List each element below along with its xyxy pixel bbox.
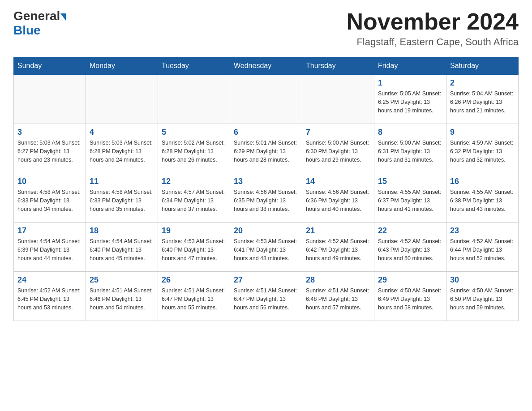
logo-blue-text: Blue xyxy=(13,23,41,37)
day-info: Sunrise: 5:05 AM Sunset: 6:25 PM Dayligh… xyxy=(378,90,442,115)
day-info: Sunrise: 4:52 AM Sunset: 6:44 PM Dayligh… xyxy=(450,237,515,262)
day-number: 19 xyxy=(162,226,226,235)
day-info: Sunrise: 4:58 AM Sunset: 6:33 PM Dayligh… xyxy=(17,188,82,213)
calendar-cell: 25Sunrise: 4:51 AM Sunset: 6:46 PM Dayli… xyxy=(86,272,158,321)
calendar-cell: 26Sunrise: 4:51 AM Sunset: 6:47 PM Dayli… xyxy=(158,272,230,321)
day-number: 28 xyxy=(306,275,370,285)
day-info: Sunrise: 5:01 AM Sunset: 6:29 PM Dayligh… xyxy=(234,139,298,164)
calendar-cell: 18Sunrise: 4:54 AM Sunset: 6:40 PM Dayli… xyxy=(86,223,158,272)
day-number: 17 xyxy=(17,226,82,235)
day-number: 20 xyxy=(234,226,298,235)
weekday-header-friday: Friday xyxy=(374,57,446,75)
day-number: 12 xyxy=(162,177,226,186)
calendar-cell: 10Sunrise: 4:58 AM Sunset: 6:33 PM Dayli… xyxy=(14,173,86,223)
day-number: 6 xyxy=(234,128,298,137)
logo: General Blue xyxy=(13,9,66,38)
calendar-cell: 9Sunrise: 4:59 AM Sunset: 6:32 PM Daylig… xyxy=(446,124,519,173)
day-info: Sunrise: 4:57 AM Sunset: 6:34 PM Dayligh… xyxy=(162,188,226,213)
weekday-header-wednesday: Wednesday xyxy=(230,57,302,75)
day-info: Sunrise: 5:03 AM Sunset: 6:27 PM Dayligh… xyxy=(17,139,82,164)
calendar-week-row: 17Sunrise: 4:54 AM Sunset: 6:39 PM Dayli… xyxy=(14,223,519,272)
day-info: Sunrise: 4:51 AM Sunset: 6:46 PM Dayligh… xyxy=(90,287,154,312)
logo-general-text: General xyxy=(13,9,60,23)
day-number: 3 xyxy=(17,128,82,137)
day-number: 7 xyxy=(306,128,370,137)
day-number: 9 xyxy=(450,128,515,137)
calendar-cell xyxy=(14,75,86,124)
day-number: 27 xyxy=(234,275,298,285)
calendar-cell: 2Sunrise: 5:04 AM Sunset: 6:26 PM Daylig… xyxy=(446,75,519,124)
day-number: 30 xyxy=(450,275,515,285)
day-number: 23 xyxy=(450,226,515,235)
calendar-cell: 28Sunrise: 4:51 AM Sunset: 6:48 PM Dayli… xyxy=(302,272,374,321)
day-info: Sunrise: 4:55 AM Sunset: 6:37 PM Dayligh… xyxy=(378,188,442,213)
day-info: Sunrise: 5:00 AM Sunset: 6:31 PM Dayligh… xyxy=(378,139,442,164)
day-info: Sunrise: 4:54 AM Sunset: 6:39 PM Dayligh… xyxy=(17,237,82,262)
calendar-cell: 14Sunrise: 4:56 AM Sunset: 6:36 PM Dayli… xyxy=(302,173,374,223)
day-number: 13 xyxy=(234,177,298,186)
calendar-week-row: 10Sunrise: 4:58 AM Sunset: 6:33 PM Dayli… xyxy=(14,173,519,223)
day-number: 16 xyxy=(450,177,515,186)
logo-arrow-icon xyxy=(60,13,66,21)
weekday-header-thursday: Thursday xyxy=(302,57,374,75)
calendar-cell: 16Sunrise: 4:55 AM Sunset: 6:38 PM Dayli… xyxy=(446,173,519,223)
weekday-header-monday: Monday xyxy=(86,57,158,75)
day-info: Sunrise: 5:02 AM Sunset: 6:28 PM Dayligh… xyxy=(162,139,226,164)
day-number: 1 xyxy=(378,78,442,88)
day-info: Sunrise: 4:58 AM Sunset: 6:33 PM Dayligh… xyxy=(90,188,154,213)
location-title: Flagstaff, Eastern Cape, South Africa xyxy=(347,36,519,48)
day-info: Sunrise: 4:55 AM Sunset: 6:38 PM Dayligh… xyxy=(450,188,515,213)
day-number: 4 xyxy=(90,128,154,137)
calendar-cell: 1Sunrise: 5:05 AM Sunset: 6:25 PM Daylig… xyxy=(374,75,446,124)
calendar-cell: 4Sunrise: 5:03 AM Sunset: 6:28 PM Daylig… xyxy=(86,124,158,173)
calendar-cell: 21Sunrise: 4:52 AM Sunset: 6:42 PM Dayli… xyxy=(302,223,374,272)
day-number: 24 xyxy=(17,275,82,285)
calendar-cell xyxy=(158,75,230,124)
calendar-cell: 17Sunrise: 4:54 AM Sunset: 6:39 PM Dayli… xyxy=(14,223,86,272)
day-info: Sunrise: 4:52 AM Sunset: 6:42 PM Dayligh… xyxy=(306,237,370,262)
day-number: 5 xyxy=(162,128,226,137)
calendar-cell: 22Sunrise: 4:52 AM Sunset: 6:43 PM Dayli… xyxy=(374,223,446,272)
day-info: Sunrise: 4:52 AM Sunset: 6:43 PM Dayligh… xyxy=(378,237,442,262)
calendar-cell: 13Sunrise: 4:56 AM Sunset: 6:35 PM Dayli… xyxy=(230,173,302,223)
calendar-week-row: 3Sunrise: 5:03 AM Sunset: 6:27 PM Daylig… xyxy=(14,124,519,173)
day-number: 22 xyxy=(378,226,442,235)
day-info: Sunrise: 5:03 AM Sunset: 6:28 PM Dayligh… xyxy=(90,139,154,164)
day-info: Sunrise: 5:00 AM Sunset: 6:30 PM Dayligh… xyxy=(306,139,370,164)
page-header: General Blue November 2024 Flagstaff, Ea… xyxy=(13,9,519,48)
day-number: 26 xyxy=(162,275,226,285)
day-number: 29 xyxy=(378,275,442,285)
month-title: November 2024 xyxy=(347,9,519,34)
day-info: Sunrise: 4:51 AM Sunset: 6:47 PM Dayligh… xyxy=(234,287,298,312)
day-info: Sunrise: 4:51 AM Sunset: 6:47 PM Dayligh… xyxy=(162,287,226,312)
day-number: 15 xyxy=(378,177,442,186)
day-number: 18 xyxy=(90,226,154,235)
calendar-cell: 24Sunrise: 4:52 AM Sunset: 6:45 PM Dayli… xyxy=(14,272,86,321)
title-block: November 2024 Flagstaff, Eastern Cape, S… xyxy=(347,9,519,48)
calendar-cell: 20Sunrise: 4:53 AM Sunset: 6:41 PM Dayli… xyxy=(230,223,302,272)
day-info: Sunrise: 5:04 AM Sunset: 6:26 PM Dayligh… xyxy=(450,90,515,115)
weekday-header-row: SundayMondayTuesdayWednesdayThursdayFrid… xyxy=(14,57,519,75)
day-info: Sunrise: 4:54 AM Sunset: 6:40 PM Dayligh… xyxy=(90,237,154,262)
calendar-cell xyxy=(230,75,302,124)
day-number: 8 xyxy=(378,128,442,137)
calendar-table: SundayMondayTuesdayWednesdayThursdayFrid… xyxy=(13,57,519,321)
calendar-week-row: 24Sunrise: 4:52 AM Sunset: 6:45 PM Dayli… xyxy=(14,272,519,321)
calendar-cell: 11Sunrise: 4:58 AM Sunset: 6:33 PM Dayli… xyxy=(86,173,158,223)
day-info: Sunrise: 4:51 AM Sunset: 6:48 PM Dayligh… xyxy=(306,287,370,312)
day-info: Sunrise: 4:53 AM Sunset: 6:41 PM Dayligh… xyxy=(234,237,298,262)
calendar-cell: 6Sunrise: 5:01 AM Sunset: 6:29 PM Daylig… xyxy=(230,124,302,173)
weekday-header-saturday: Saturday xyxy=(446,57,519,75)
calendar-cell: 29Sunrise: 4:50 AM Sunset: 6:49 PM Dayli… xyxy=(374,272,446,321)
calendar-cell: 12Sunrise: 4:57 AM Sunset: 6:34 PM Dayli… xyxy=(158,173,230,223)
calendar-cell xyxy=(302,75,374,124)
calendar-cell: 8Sunrise: 5:00 AM Sunset: 6:31 PM Daylig… xyxy=(374,124,446,173)
calendar-cell: 3Sunrise: 5:03 AM Sunset: 6:27 PM Daylig… xyxy=(14,124,86,173)
day-info: Sunrise: 4:56 AM Sunset: 6:36 PM Dayligh… xyxy=(306,188,370,213)
calendar-week-row: 1Sunrise: 5:05 AM Sunset: 6:25 PM Daylig… xyxy=(14,75,519,124)
calendar-cell: 27Sunrise: 4:51 AM Sunset: 6:47 PM Dayli… xyxy=(230,272,302,321)
calendar-cell: 30Sunrise: 4:50 AM Sunset: 6:50 PM Dayli… xyxy=(446,272,519,321)
day-info: Sunrise: 4:52 AM Sunset: 6:45 PM Dayligh… xyxy=(17,287,82,312)
weekday-header-tuesday: Tuesday xyxy=(158,57,230,75)
day-info: Sunrise: 4:50 AM Sunset: 6:50 PM Dayligh… xyxy=(450,287,515,312)
